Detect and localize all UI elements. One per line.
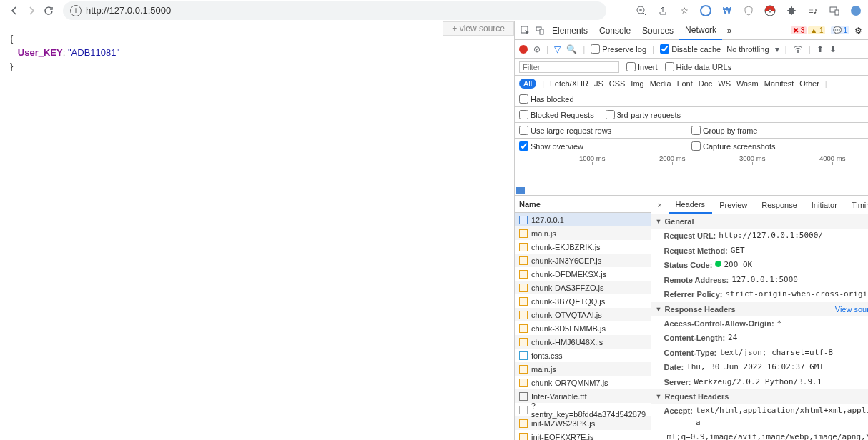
tab-network[interactable]: Network xyxy=(679,21,722,40)
type-font[interactable]: Font xyxy=(677,79,693,88)
playlist-icon[interactable]: ≡♪ xyxy=(807,4,819,17)
upload-icon[interactable]: ⬆ xyxy=(817,44,824,54)
pokeball-icon[interactable] xyxy=(764,4,776,17)
clear-button[interactable]: ⊘ xyxy=(533,44,541,54)
request-row[interactable]: main.js xyxy=(515,226,651,240)
type-doc[interactable]: Doc xyxy=(699,79,713,88)
network-toolbar: ⊘ | ▽ 🔍 | Preserve log | Disable cache N… xyxy=(515,40,868,59)
disable-cache-checkbox[interactable]: Disable cache xyxy=(660,44,721,54)
url-text: http://127.0.0.1:5000 xyxy=(86,5,171,16)
tab-sources[interactable]: Sources xyxy=(636,22,679,39)
puzzle-icon[interactable] xyxy=(785,4,798,17)
zoom-icon[interactable] xyxy=(635,4,648,17)
throttling-arrow-icon[interactable]: ▾ xyxy=(775,44,779,54)
device-mode-icon[interactable] xyxy=(532,26,546,36)
name-column-header[interactable]: Name xyxy=(515,196,651,213)
third-party-checkbox[interactable]: 3rd-party requests xyxy=(606,110,681,119)
blocked-requests-checkbox[interactable]: Blocked Requests xyxy=(519,110,594,119)
display-options-row-2: Show overview Capture screenshots xyxy=(515,139,868,154)
request-row[interactable]: chunk-DFDMEKSX.js xyxy=(515,267,651,281)
type-js[interactable]: JS xyxy=(594,79,603,88)
file-icon xyxy=(519,392,528,401)
preserve-log-checkbox[interactable]: Preserve log xyxy=(591,44,646,54)
extension-1-icon[interactable] xyxy=(699,4,712,17)
request-row[interactable]: chunk-OR7QMNM7.js xyxy=(515,376,651,389)
extension-icons: ☆ ₩ ≡♪ xyxy=(635,4,862,17)
header-row: ml;q=0.9,image/avif,image/webp,image/apn… xyxy=(651,430,868,440)
request-row[interactable]: chunk-OTVQTAAI.js xyxy=(515,308,651,321)
file-icon xyxy=(519,229,528,238)
detail-tab-headers[interactable]: Headers xyxy=(669,196,713,214)
type-all[interactable]: All xyxy=(519,79,536,89)
inspect-icon[interactable] xyxy=(518,26,532,36)
bookmark-icon[interactable]: ☆ xyxy=(678,4,691,17)
request-row[interactable]: fonts.css xyxy=(515,349,651,362)
request-row[interactable]: init-MZWS23PK.js xyxy=(515,416,651,430)
type-other[interactable]: Other xyxy=(799,79,819,88)
request-row[interactable]: ?sentry_key=b8fdd4a374d542879 xyxy=(515,403,651,416)
forward-button[interactable] xyxy=(23,2,40,19)
filter-input[interactable] xyxy=(519,61,619,73)
detail-tab-response[interactable]: Response xyxy=(754,197,804,213)
type-css[interactable]: CSS xyxy=(609,79,626,88)
more-tabs-icon[interactable]: » xyxy=(722,26,736,36)
type-ws[interactable]: WS xyxy=(718,79,731,88)
url-bar[interactable]: i http://127.0.0.1:5000 xyxy=(63,1,606,20)
request-row[interactable]: chunk-3D5LNMMB.js xyxy=(515,321,651,335)
wifi-icon[interactable] xyxy=(793,45,803,54)
detail-tab-timing[interactable]: Timing xyxy=(844,197,868,213)
shield-icon[interactable] xyxy=(742,4,755,17)
request-row[interactable]: chunk-HMJ6U46X.js xyxy=(515,335,651,349)
type-img[interactable]: Img xyxy=(631,79,643,88)
type-fetch[interactable]: Fetch/XHR xyxy=(550,79,588,88)
close-details-button[interactable]: × xyxy=(651,201,669,209)
view-source-button[interactable]: + view source xyxy=(443,21,514,36)
record-button[interactable] xyxy=(519,45,528,54)
request-row[interactable]: chunk-DAS3FFZO.js xyxy=(515,281,651,294)
filter-icon[interactable]: ▽ xyxy=(554,44,561,54)
download-icon[interactable]: ⬇ xyxy=(829,44,837,54)
type-media[interactable]: Media xyxy=(650,79,671,88)
capture-screenshots-checkbox[interactable]: Capture screenshots xyxy=(691,141,864,151)
request-row[interactable]: chunk-JN3Y6CEP.js xyxy=(515,254,651,267)
general-section-title[interactable]: ▼General xyxy=(651,214,868,229)
header-row: Request Method:GET xyxy=(651,244,868,259)
response-headers-title[interactable]: ▼Response HeadersView source xyxy=(651,302,868,316)
message-badge[interactable]: 💬 1 xyxy=(831,26,849,34)
back-button[interactable] xyxy=(6,2,23,19)
type-wasm[interactable]: Wasm xyxy=(736,79,759,88)
share-icon[interactable] xyxy=(656,4,669,17)
request-details: × Headers Preview Response Initiator Tim… xyxy=(651,196,868,440)
timeline[interactable]: 1000 ms 2000 ms 3000 ms 4000 ms xyxy=(515,154,868,196)
tab-console[interactable]: Console xyxy=(593,22,636,39)
reload-button[interactable] xyxy=(40,2,57,19)
request-row[interactable]: chunk-EKJBZRIK.js xyxy=(515,240,651,254)
request-row[interactable]: init-EOFKXR7E.js xyxy=(515,430,651,440)
throttling-select[interactable]: No throttling xyxy=(726,45,769,54)
request-row[interactable]: 127.0.0.1 xyxy=(515,213,651,226)
profile-icon[interactable] xyxy=(849,4,862,17)
request-name: ?sentry_key=b8fdd4a374d542879 xyxy=(531,401,646,419)
group-frame-checkbox[interactable]: Group by frame xyxy=(691,126,864,135)
detail-tab-initiator[interactable]: Initiator xyxy=(804,197,844,213)
show-overview-checkbox[interactable]: Show overview xyxy=(519,141,691,151)
hide-data-urls-checkbox[interactable]: Hide data URLs xyxy=(665,62,732,71)
devices-icon[interactable] xyxy=(828,4,841,17)
type-manifest[interactable]: Manifest xyxy=(764,79,794,88)
invert-checkbox[interactable]: Invert xyxy=(626,62,658,71)
request-row[interactable]: chunk-3B7QETQQ.js xyxy=(515,294,651,308)
search-icon[interactable]: 🔍 xyxy=(566,44,577,54)
extension-2-icon[interactable]: ₩ xyxy=(721,4,734,17)
error-badge[interactable]: ✖ 3 xyxy=(791,26,807,34)
request-row[interactable]: main.js xyxy=(515,362,651,376)
view-source-link[interactable]: View source xyxy=(835,305,868,314)
large-rows-checkbox[interactable]: Use large request rows xyxy=(519,126,691,135)
detail-tab-preview[interactable]: Preview xyxy=(712,197,754,213)
tab-elements[interactable]: Elements xyxy=(546,22,593,39)
has-blocked-checkbox[interactable]: Has blocked xyxy=(519,94,574,104)
settings-icon[interactable]: ⚙ xyxy=(851,26,865,36)
header-row: Access-Control-Allow-Origin:* xyxy=(651,316,868,331)
request-headers-title[interactable]: ▼Request Headers xyxy=(651,389,868,404)
warning-badge[interactable]: ▲ 1 xyxy=(808,26,825,34)
request-name: init-MZWS23PK.js xyxy=(531,419,595,428)
